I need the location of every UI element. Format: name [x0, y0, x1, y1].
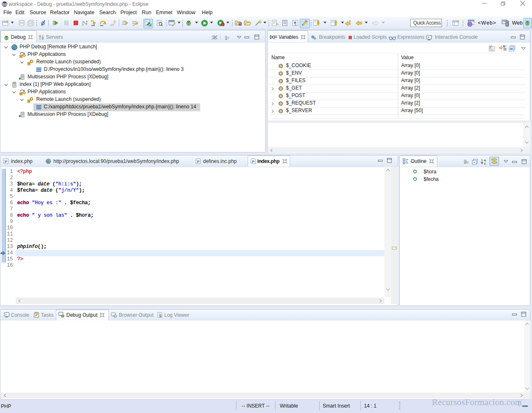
svg-text:S: S [280, 94, 282, 98]
svg-text:z: z [484, 162, 486, 165]
svg-text:P: P [197, 159, 200, 164]
svg-text:¶: ¶ [294, 20, 296, 26]
svg-text:L: L [160, 314, 162, 317]
svg-text:S: S [280, 109, 282, 113]
svg-text:S: S [280, 87, 282, 90]
svg-text:S: S [280, 64, 282, 68]
svg-text:S: S [280, 79, 282, 83]
svg-text:S: S [280, 102, 282, 105]
svg-text:S: S [280, 72, 282, 75]
svg-text:P: P [252, 159, 255, 164]
svg-text:P: P [5, 159, 8, 164]
